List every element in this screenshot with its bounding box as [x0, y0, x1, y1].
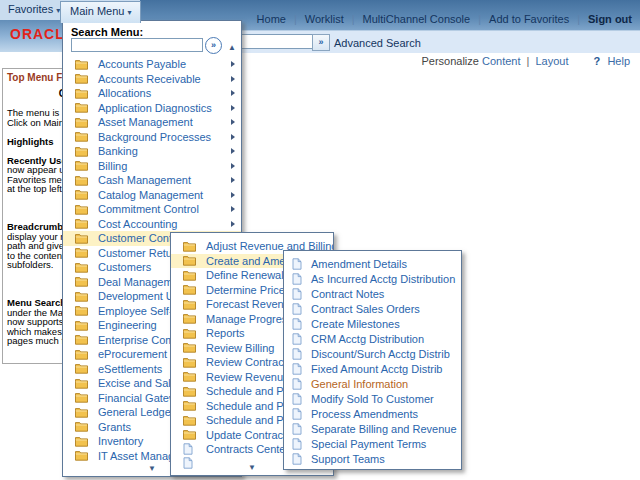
menu-item[interactable]: As Incurred Acctg Distribution [284, 271, 461, 286]
folder-icon [75, 276, 89, 287]
folder-icon [75, 392, 89, 403]
page-icon [292, 438, 304, 450]
menu-item[interactable]: Amendment Details [284, 256, 461, 271]
menu-item[interactable]: Accounts Payable [63, 57, 241, 72]
nav-link[interactable]: Home [257, 13, 286, 25]
menu-item-label: Asset Management [98, 116, 193, 128]
chevron-down-icon: ▾ [127, 8, 131, 17]
submenu-arrow-icon [231, 148, 235, 154]
nav-link[interactable]: Add to Favorites [489, 13, 569, 25]
personalize-layout-link[interactable]: Layout [535, 55, 568, 67]
help-icon[interactable]: ? [594, 55, 601, 67]
folder-icon [183, 429, 197, 440]
menu-item[interactable]: Application Diagnostics [63, 101, 241, 116]
menu-item[interactable]: Background Processes [63, 130, 241, 145]
personalize-content-link[interactable]: Content [482, 55, 521, 67]
folder-icon [75, 131, 89, 142]
menu-item-label: Modify Sold To Customer [311, 393, 434, 405]
menu-item[interactable]: Modify Sold To Customer [284, 391, 461, 406]
menu-search-go-icon[interactable]: » [205, 37, 222, 54]
folder-icon [75, 334, 89, 345]
separator: | [294, 13, 297, 25]
folder-icon [75, 189, 89, 200]
menu-item-label: Billing [98, 160, 127, 172]
folder-icon [75, 73, 89, 84]
menu-item[interactable]: Billing [63, 159, 241, 174]
scroll-up-arrow[interactable]: ▲ [228, 43, 236, 52]
folder-icon [75, 349, 89, 360]
menu-item[interactable]: Banking [63, 144, 241, 159]
menu-item[interactable]: Commitment Control [63, 202, 241, 217]
menu-item[interactable]: Process Amendments [284, 406, 461, 421]
submenu-arrow-icon [231, 134, 235, 140]
menu-item[interactable]: Contract Sales Orders [284, 301, 461, 316]
menu-item[interactable]: Catalog Management [63, 188, 241, 203]
menu-item-label: Cost Accounting [98, 218, 178, 230]
personalize-label: Personalize [421, 55, 478, 67]
header-nav-links: Home|Worklist|MultiChannel Console|Add t… [251, 13, 632, 25]
menu-item-label: Commitment Control [98, 203, 199, 215]
menu-item-label: Contract Sales Orders [311, 303, 420, 315]
submenu-arrow-icon [231, 177, 235, 183]
menu-item[interactable]: Separate Billing and Revenue [284, 421, 461, 436]
menu-item[interactable]: Discount/Surch Acctg Distrib [284, 346, 461, 361]
menu-item-label: As Incurred Acctg Distribution [311, 273, 455, 285]
tab-main-menu[interactable]: Main Menu▾ [60, 1, 141, 23]
page-icon [292, 408, 304, 420]
menu-item[interactable]: Fixed Amount Acctg Distrib [284, 361, 461, 376]
page-icon [292, 333, 304, 345]
help-link[interactable]: Help [607, 55, 630, 67]
submenu-arrow-icon [231, 105, 235, 111]
folder-icon [75, 291, 89, 302]
folder-icon [75, 320, 89, 331]
menu-search-input[interactable] [71, 38, 203, 52]
menu-item-label: Banking [98, 145, 138, 157]
menu-item-label: eSettlements [98, 363, 162, 375]
menu-item-label: Discount/Surch Acctg Distrib [311, 348, 450, 360]
global-search-go-button[interactable]: » [312, 34, 330, 51]
page-icon [292, 303, 304, 315]
menu-item[interactable]: Special Payment Terms [284, 436, 461, 451]
page-icon [292, 288, 304, 300]
folder-icon [75, 218, 89, 229]
menu-item[interactable]: General Information [284, 376, 461, 391]
menu-item-label: Cash Management [98, 174, 191, 186]
menu-item-label: Application Diagnostics [98, 102, 212, 114]
menu-item-label: Support Teams [311, 453, 385, 465]
folder-icon [183, 328, 197, 339]
folder-icon [183, 299, 197, 310]
separator: | [352, 13, 355, 25]
separator: | [478, 13, 481, 25]
tab-favorites[interactable]: Favorites▾ [8, 3, 60, 15]
menu-item[interactable]: Accounts Receivable [63, 72, 241, 87]
separator: | [527, 55, 530, 67]
sign-out-link[interactable]: Sign out [588, 13, 632, 25]
menu-item[interactable]: Contract Notes [284, 286, 461, 301]
menu-item-label: Grants [98, 421, 131, 433]
menu-item[interactable]: Cost Accounting [63, 217, 241, 232]
submenu-arrow-icon [231, 76, 235, 82]
advanced-search-link[interactable]: Advanced Search [334, 37, 421, 49]
tab-favorites-label: Favorites [8, 3, 53, 15]
folder-icon [75, 146, 89, 157]
page-icon [292, 348, 304, 360]
submenu-arrow-icon [231, 90, 235, 96]
menu-item[interactable]: Support Teams [284, 451, 461, 466]
folder-icon [75, 247, 89, 258]
folder-icon [75, 88, 89, 99]
menu-item[interactable]: Cash Management [63, 173, 241, 188]
menu-item[interactable]: Create Milestones [284, 316, 461, 331]
global-search-input[interactable] [237, 34, 313, 49]
submenu-arrow-icon [231, 192, 235, 198]
nav-link[interactable]: MultiChannel Console [363, 13, 471, 25]
menu-item-label: Contract Notes [311, 288, 384, 300]
folder-icon [75, 204, 89, 215]
menu-item-label: Engineering [98, 319, 157, 331]
menu-item[interactable]: CRM Acctg Distribution [284, 331, 461, 346]
folder-icon [75, 305, 89, 316]
menu-item[interactable]: Asset Management [63, 115, 241, 130]
nav-link[interactable]: Worklist [305, 13, 344, 25]
menu-item[interactable]: Allocations [63, 86, 241, 101]
folder-icon [183, 284, 197, 295]
folder-icon [183, 357, 197, 368]
